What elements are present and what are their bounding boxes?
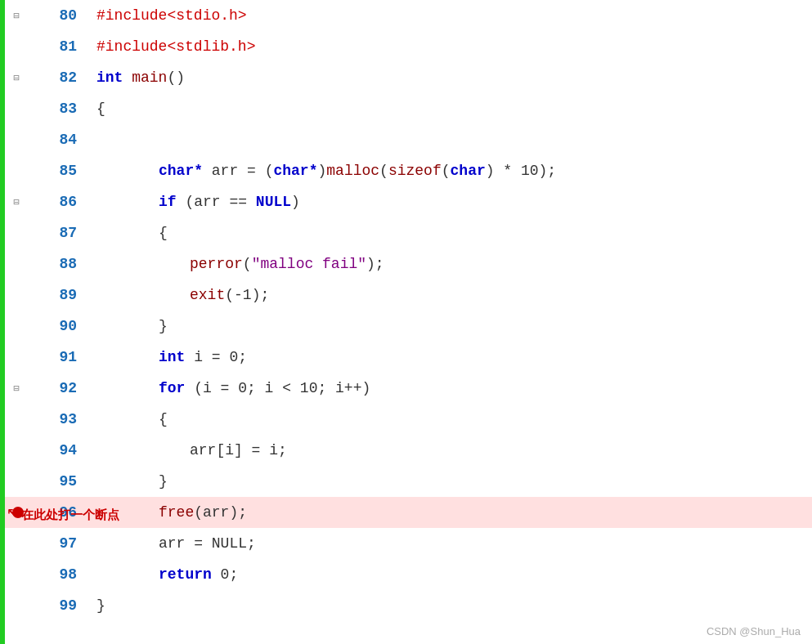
line-number-88: 88: [28, 256, 93, 272]
line-number-91: 91: [28, 349, 93, 365]
code-line-96: 96free(arr);: [5, 497, 812, 528]
token-punct: (arr);: [194, 504, 247, 521]
code-content-99: }: [93, 590, 812, 621]
token-punct: (: [243, 256, 252, 272]
token-punct: {: [96, 101, 105, 117]
token-var: (arr ==: [177, 194, 256, 210]
watermark: CSDN @Shun_Hua: [707, 625, 801, 637]
line-number-83: 83: [28, 101, 93, 117]
token-func: main: [132, 69, 167, 86]
gutter-cell-80[interactable]: ⊟: [5, 10, 28, 22]
line-number-97: 97: [28, 535, 93, 552]
line-number-98: 98: [28, 566, 93, 583]
gutter-cell-92[interactable]: ⊟: [5, 382, 28, 395]
annotation-arrow-icon: ↘: [7, 503, 18, 527]
code-line-90: 90}: [5, 311, 812, 342]
token-punct: }: [159, 473, 168, 490]
line-number-99: 99: [28, 597, 93, 614]
code-line-83: 83{: [5, 93, 812, 124]
token-var: (i = 0; i < 10; i++): [185, 380, 370, 396]
token-string: "malloc fail": [252, 256, 366, 272]
fold-icon-86[interactable]: ⊟: [13, 196, 19, 208]
token-func: sizeof: [388, 163, 442, 179]
code-area: ⊟80#include<stdio.h>81#include<stdlib.h>…: [5, 0, 812, 644]
token-type: char*: [159, 163, 203, 179]
line-number-86: 86: [28, 194, 93, 210]
token-punct: (: [225, 287, 234, 303]
code-line-97: 97arr = NULL;: [5, 528, 812, 559]
token-kw: if: [159, 194, 177, 210]
token-var: [123, 69, 132, 86]
line-number-90: 90: [28, 318, 93, 334]
fold-icon-82[interactable]: ⊟: [13, 72, 19, 84]
code-line-84: 84: [5, 124, 812, 155]
gutter-cell-86[interactable]: ⊟: [5, 196, 28, 208]
token-var: arr = NULL;: [159, 535, 256, 552]
code-content-89: exit(-1);: [93, 280, 812, 311]
code-line-88: 88perror("malloc fail");: [5, 248, 812, 280]
code-content-87: {: [93, 217, 812, 248]
annotation-text: 在此处打一个断点: [21, 508, 119, 523]
token-punct: (: [379, 163, 388, 179]
line-number-85: 85: [28, 163, 93, 179]
code-line-80: ⊟80#include<stdio.h>: [5, 0, 812, 31]
line-number-81: 81: [28, 38, 93, 55]
token-func: free: [159, 504, 194, 521]
token-kw: NULL: [256, 194, 291, 210]
line-number-80: 80: [28, 7, 93, 24]
token-preprocessor: #include: [96, 7, 167, 24]
code-content-88: perror("malloc fail");: [93, 248, 812, 280]
token-var: i = 0;: [185, 349, 247, 365]
code-content-85: char* arr = (char*)malloc(sizeof(char) *…: [93, 155, 812, 186]
line-number-84: 84: [28, 132, 93, 148]
code-content-96: free(arr);: [93, 497, 812, 528]
code-content-80: #include<stdio.h>: [93, 0, 812, 31]
token-type: int: [96, 69, 123, 86]
token-preprocessor: #include: [96, 38, 167, 55]
code-line-93: 93{: [5, 404, 812, 435]
code-line-87: 87{: [5, 217, 812, 248]
line-number-89: 89: [28, 287, 93, 303]
code-content-82: int main(): [93, 62, 812, 93]
line-number-94: 94: [28, 442, 93, 458]
code-line-98: 98return 0;: [5, 559, 812, 590]
code-line-89: 89exit(-1);: [5, 280, 812, 311]
code-content-98: return 0;: [93, 559, 812, 590]
code-content-95: }: [93, 466, 812, 497]
token-punct: );: [252, 287, 270, 303]
token-func: malloc: [326, 163, 379, 179]
token-punct: (: [265, 163, 274, 179]
gutter-cell-82[interactable]: ⊟: [5, 72, 28, 84]
token-punct: }: [96, 597, 105, 614]
code-line-81: 81#include<stdlib.h>: [5, 31, 812, 62]
fold-icon-92[interactable]: ⊟: [13, 382, 19, 395]
line-number-82: 82: [28, 69, 93, 86]
editor-container: ⊟80#include<stdio.h>81#include<stdlib.h>…: [0, 0, 812, 644]
token-var: arr =: [203, 163, 265, 179]
code-line-91: 91int i = 0;: [5, 342, 812, 373]
code-line-94: 94arr[i] = i;: [5, 435, 812, 466]
fold-icon-80[interactable]: ⊟: [13, 10, 19, 22]
line-number-93: 93: [28, 411, 93, 427]
token-punct: {: [159, 411, 168, 427]
code-content-93: {: [93, 404, 812, 435]
token-punct: ): [291, 194, 300, 210]
code-content-90: }: [93, 311, 812, 342]
code-line-85: 85char* arr = (char*)malloc(sizeof(char)…: [5, 155, 812, 186]
token-var: arr[i] = i;: [190, 442, 287, 458]
line-number-87: 87: [28, 225, 93, 241]
token-punct: ): [317, 163, 326, 179]
code-content-81: #include<stdlib.h>: [93, 31, 812, 62]
code-content-83: {: [93, 93, 812, 124]
code-line-86: ⊟86if (arr == NULL): [5, 186, 812, 217]
code-content-97: arr = NULL;: [93, 528, 812, 559]
code-line-82: ⊟82int main(): [5, 62, 812, 93]
token-func: exit: [190, 287, 225, 303]
code-content-86: if (arr == NULL): [93, 186, 812, 217]
code-content-91: int i = 0;: [93, 342, 812, 373]
token-include-bracket: <stdio.h>: [167, 7, 246, 24]
code-content-94: arr[i] = i;: [93, 435, 812, 466]
token-type: int: [159, 349, 185, 365]
token-kw: for: [159, 380, 185, 396]
token-type: char*: [273, 163, 317, 179]
